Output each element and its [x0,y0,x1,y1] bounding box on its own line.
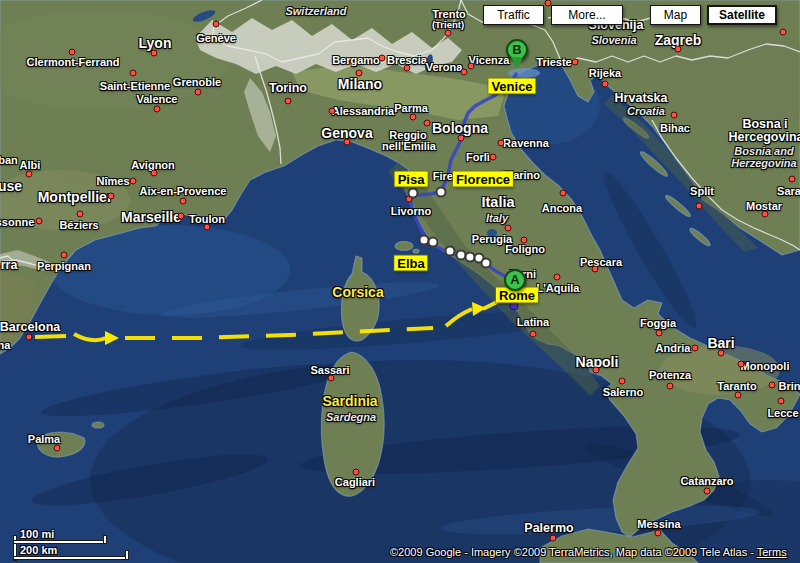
area-label: Herzegovina [731,157,796,169]
city-dot [656,330,663,337]
city-dot [468,63,475,70]
city-label: Béziers [59,219,98,231]
scale-miles-tick [104,536,106,543]
city-label: Montpellier [38,189,113,205]
city-label: Messina [637,518,680,530]
city-label: Palma [28,433,60,445]
terms-link[interactable]: Terms [757,546,787,558]
city-label: Lecce [767,407,798,419]
city-dot [718,350,725,357]
city-label: Livorno [391,205,431,217]
city-dot [353,469,360,476]
traffic-button[interactable]: Traffic [483,5,544,25]
area-label: Hercegovina [728,130,800,144]
route-waypoint-dot [436,187,447,198]
annotation-box-venice: Venice [488,79,535,94]
city-dot [550,535,557,542]
city-label: (Trient) [432,19,464,30]
city-label: Andria [656,342,691,354]
city-dot [445,30,452,37]
route-marker-b[interactable]: B [506,39,528,61]
city-dot [667,383,674,390]
city-label: Monopoli [741,360,790,372]
more-button[interactable]: More... [551,5,623,25]
city-dot [26,334,33,341]
city-dot [671,112,678,119]
city-dot [108,193,115,200]
city-label: Valence [137,93,178,105]
city-label: Torino [269,81,307,95]
city-dot [554,274,561,281]
city-dot [593,367,600,374]
city-dot [151,50,158,57]
city-dot [696,203,703,210]
city-dot [530,331,537,338]
scale-km-label: 200 km [20,544,57,556]
city-label: ban [0,154,18,166]
attribution: ©2009 Google - Imagery ©2009 TerraMetric… [390,546,787,558]
city-dot [780,29,787,36]
city-dot [461,69,468,76]
city-label: Potenza [649,369,691,381]
city-dot [130,178,137,185]
route-waypoint-dot [428,237,439,248]
city-label: Taranto [717,380,757,392]
city-dot [213,21,220,28]
city-label: Bergamo [332,54,380,66]
city-label: Brindisi [779,380,800,392]
city-dot [285,98,292,105]
city-label: Catanzaro [680,475,733,487]
city-dot [328,375,335,382]
city-label: Saint-Etienne [100,80,170,92]
city-dot [735,392,742,399]
city-dot [762,211,769,218]
city-dot [77,211,84,218]
city-dot [498,140,505,147]
area-label: Slovenia [591,34,636,46]
island-label: Corsica [332,284,383,300]
scale-km-tick [126,551,128,559]
satellite-button[interactable]: Satellite [707,5,777,25]
city-label: Bihac [660,122,690,134]
route-waypoint-dot [445,246,456,257]
area-label: rra [1,258,18,272]
city-dot [379,55,386,62]
city-label: Perpignan [37,260,91,272]
area-label: Bosna i [742,117,787,131]
google-maps-satellite-view[interactable]: LyonClermont-FerrandSaint-EtienneGrenobl… [0,0,800,563]
city-dot [151,170,158,177]
city-dot [619,378,626,385]
scale-miles-label: 100 mi [20,528,54,540]
city-label: Sarajevo [777,185,800,197]
area-label: Hrvatska [615,91,668,105]
city-dot [738,361,745,368]
city-label: Genève [196,32,236,44]
city-label: Foligno [505,243,545,255]
city-dot [572,59,579,66]
map-button[interactable]: Map [650,5,701,25]
island-label: Sardinia [322,393,377,409]
city-label: Palermo [524,521,573,535]
city-label: Ancona [542,202,582,214]
city-dot [69,49,76,56]
city-dot [54,445,61,452]
area-label: Italia [481,194,514,210]
city-dot [178,213,185,220]
city-dot [655,530,662,537]
city-label: Nîmes [96,175,129,187]
city-dot [692,345,699,352]
city-label: Split [690,185,714,197]
scale-miles-bar [14,541,106,543]
city-dot [204,224,211,231]
city-label: Barcelona [0,320,60,334]
city-dot [602,81,609,88]
city-dot [778,398,785,405]
city-dot [180,198,187,205]
city-label: Ravenna [503,137,549,149]
city-label: use [0,178,22,194]
city-label: Cagliari [335,476,375,488]
annotation-box-elba: Elba [394,256,427,271]
city-dot [560,190,567,197]
route-marker-a[interactable]: A [504,269,526,291]
city-label: Clermont-Ferrand [27,56,120,68]
